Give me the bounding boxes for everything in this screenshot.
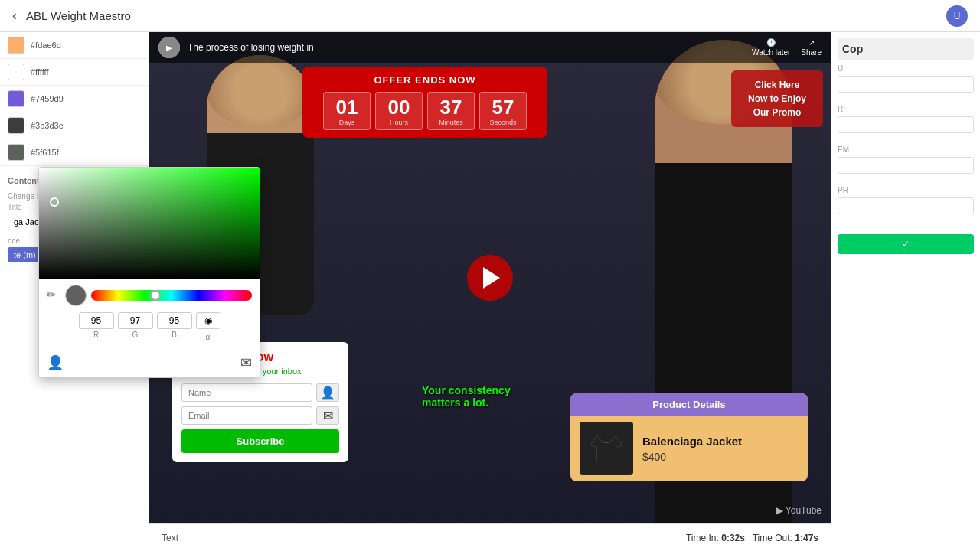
alpha-label: α — [196, 331, 220, 344]
minutes-value: 37 — [428, 97, 474, 117]
share-label: Share — [801, 48, 822, 57]
color-label-4: #3b3d3e — [31, 121, 64, 130]
pr-label: Pr — [838, 186, 974, 194]
avatar-initials: U — [954, 11, 961, 21]
color-row-3: #7459d9 — [0, 86, 149, 112]
app-header: ‹ ABL Weight Maestro U — [0, 0, 980, 32]
r-label: R — [79, 331, 114, 344]
yt-header: ▶ The process of losing weight in 🕐 Watc… — [149, 32, 831, 63]
avatar[interactable]: U — [946, 5, 968, 27]
product-body: Balenciaga Jacket $400 — [570, 416, 808, 481]
hours-label: Hours — [376, 119, 422, 126]
size-value: te (m) — [8, 247, 42, 262]
rgb-labels: R G B α — [47, 331, 252, 344]
days-label: Days — [324, 119, 370, 126]
countdown-days: 01 Days — [323, 92, 371, 130]
color-preview — [65, 285, 87, 306]
color-label-5: #5f615f — [31, 148, 59, 157]
color-row-2: #ffffff — [0, 59, 149, 86]
right-em-section: Em — [838, 145, 974, 177]
u-label: U — [838, 64, 974, 73]
right-pr-section: Pr — [838, 186, 974, 217]
play-button-center[interactable] — [467, 255, 513, 301]
subscribe-name-row: 👤 — [181, 383, 339, 402]
em-input[interactable] — [838, 157, 974, 174]
countdown-minutes: 37 Minutes — [427, 92, 475, 130]
offer-overlay: OFFER ENDS NOW 01 Days 00 Hours 37 Minut… — [302, 67, 547, 138]
motivational-text: Your consistency matters a lot. — [422, 384, 511, 409]
color-label-3: #7459d9 — [31, 94, 64, 103]
pr-input[interactable] — [838, 197, 974, 214]
color-gradient-area[interactable] — [39, 168, 260, 279]
hue-thumb[interactable] — [150, 290, 161, 301]
face-left — [207, 55, 314, 128]
subscribe-name-input[interactable] — [181, 383, 312, 402]
motivational-line2: matters a lot. — [422, 396, 488, 409]
subscribe-user-icon[interactable]: 👤 — [316, 383, 339, 402]
time-in-label: Time In: — [686, 533, 719, 543]
color-row-5: #5f615f — [0, 139, 149, 166]
subscribe-email-input[interactable] — [181, 406, 312, 425]
color-swatch-1[interactable] — [8, 37, 24, 54]
hue-slider[interactable] — [91, 290, 252, 301]
g-label: G — [118, 331, 153, 344]
promo-overlay: Click HereNow to EnjoyOur Promo — [731, 70, 823, 127]
color-swatch-5[interactable] — [8, 144, 24, 161]
color-swatch-4[interactable] — [8, 117, 24, 134]
color-picker-popup: ✏ R G B α 👤 ✉ — [38, 167, 260, 378]
watch-later-label: Watch later — [752, 48, 790, 57]
subscribe-email-row: ✉ — [181, 406, 339, 425]
subscribe-button[interactable]: Subscribe — [181, 429, 339, 453]
clock-icon: 🕐 — [766, 38, 776, 47]
watch-later-btn[interactable]: 🕐 Watch later — [752, 38, 790, 57]
user-icon[interactable]: 👤 — [47, 354, 64, 371]
yt-channel-avatar: ▶ — [158, 37, 180, 58]
app-title: ABL Weight Maestro — [26, 9, 131, 22]
r-sidebar-label: R — [838, 105, 974, 113]
em-label: Em — [838, 145, 974, 154]
alpha-input[interactable] — [196, 312, 220, 329]
cop-label: Cop — [842, 43, 969, 55]
rgb-row — [47, 312, 252, 329]
share-btn[interactable]: ↗ Share — [801, 38, 822, 57]
offer-title: OFFER ENDS NOW — [313, 74, 537, 86]
r-input[interactable] — [838, 116, 974, 133]
bottom-bar: Text Time In: 0:32s Time Out: 1:47s — [149, 523, 831, 551]
email-icon[interactable]: ✉ — [240, 354, 252, 371]
minutes-label: Minutes — [428, 119, 474, 126]
countdown-seconds: 57 Seconds — [479, 92, 527, 130]
color-label-1: #fdae6d — [31, 41, 61, 50]
color-swatch-2[interactable] — [8, 64, 24, 80]
copy-section: Cop — [838, 38, 974, 60]
pencil-icon[interactable]: ✏ — [47, 289, 60, 302]
picker-cursor[interactable] — [50, 197, 59, 207]
r-input[interactable] — [79, 312, 114, 329]
hours-value: 00 — [376, 97, 422, 117]
days-value: 01 — [324, 97, 370, 117]
motivational-line1: Your consistency — [422, 384, 511, 396]
g-input[interactable] — [118, 312, 153, 329]
confirm-button[interactable]: ✓ — [838, 234, 974, 254]
back-button[interactable]: ‹ — [12, 8, 17, 24]
countdown-boxes: 01 Days 00 Hours 37 Minutes 57 Seconds — [313, 92, 537, 130]
yt-actions: 🕐 Watch later ↗ Share — [752, 38, 822, 57]
picker-actions: 👤 ✉ — [39, 350, 260, 377]
product-image — [580, 422, 633, 475]
color-swatch-3[interactable] — [8, 90, 24, 107]
right-r-section: R — [838, 105, 974, 136]
seconds-label: Seconds — [480, 119, 526, 126]
product-name: Balenciaga Jacket — [642, 435, 799, 448]
u-input[interactable] — [838, 76, 974, 93]
product-header: Product Details — [570, 393, 808, 416]
color-row-4: #3b3d3e — [0, 112, 149, 139]
subscribe-email-icon[interactable]: ✉ — [316, 406, 339, 425]
jacket-icon — [587, 429, 626, 468]
hue-row: ✏ — [47, 285, 252, 306]
share-icon: ↗ — [808, 38, 815, 47]
promo-text: Click HereNow to EnjoyOur Promo — [748, 80, 806, 118]
right-u-section: U — [838, 64, 974, 96]
b-input[interactable] — [157, 312, 192, 329]
product-overlay: Product Details Balenciaga Jacket $400 — [570, 393, 808, 481]
color-label-2: #ffffff — [31, 67, 48, 77]
product-info: Balenciaga Jacket $400 — [642, 435, 799, 463]
